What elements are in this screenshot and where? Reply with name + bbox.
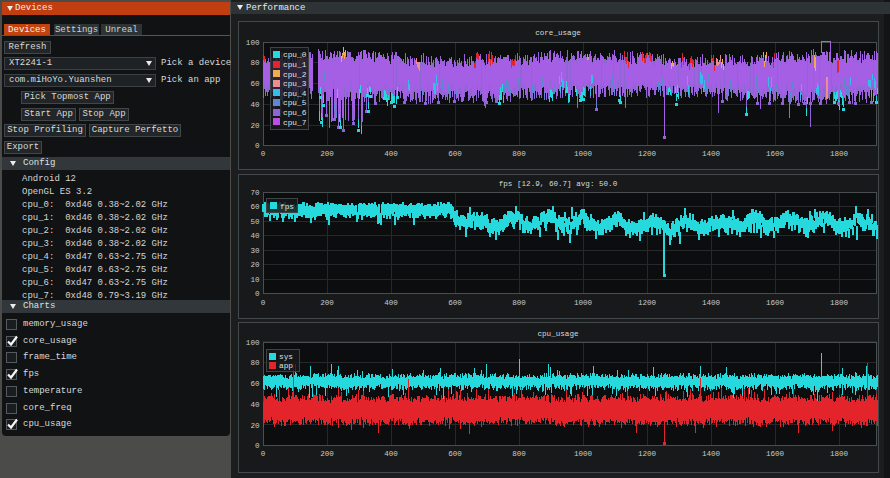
svg-text:100: 100 bbox=[246, 339, 260, 347]
svg-text:60: 60 bbox=[250, 380, 260, 388]
svg-text:80: 80 bbox=[250, 359, 260, 367]
svg-text:cpu_0: cpu_0 bbox=[283, 51, 307, 59]
svg-text:1400: 1400 bbox=[702, 299, 721, 307]
svg-text:60: 60 bbox=[250, 203, 260, 211]
svg-text:1000: 1000 bbox=[574, 150, 593, 158]
svg-text:cpu_4: cpu_4 bbox=[283, 90, 307, 98]
svg-text:1200: 1200 bbox=[638, 450, 657, 458]
svg-text:cpu_5: cpu_5 bbox=[283, 99, 307, 107]
svg-text:20: 20 bbox=[250, 122, 260, 130]
svg-text:fps [12.9, 60.7] avg: 50.0: fps [12.9, 60.7] avg: 50.0 bbox=[499, 180, 618, 188]
svg-text:10: 10 bbox=[250, 276, 260, 284]
svg-text:cpu_3: cpu_3 bbox=[283, 80, 307, 88]
svg-text:40: 40 bbox=[250, 401, 260, 409]
svg-text:cpu_6: cpu_6 bbox=[283, 109, 307, 117]
svg-text:50: 50 bbox=[250, 218, 260, 226]
svg-text:cpu_2: cpu_2 bbox=[283, 71, 307, 79]
svg-text:0: 0 bbox=[261, 299, 266, 307]
svg-text:200: 200 bbox=[320, 299, 334, 307]
svg-text:1400: 1400 bbox=[702, 450, 721, 458]
svg-text:70: 70 bbox=[250, 189, 260, 197]
svg-text:1600: 1600 bbox=[766, 150, 785, 158]
svg-text:1600: 1600 bbox=[766, 299, 785, 307]
svg-text:0: 0 bbox=[261, 450, 266, 458]
svg-text:800: 800 bbox=[512, 299, 526, 307]
svg-text:800: 800 bbox=[512, 150, 526, 158]
svg-text:cpu_7: cpu_7 bbox=[283, 119, 307, 127]
svg-text:40: 40 bbox=[250, 232, 260, 240]
svg-text:0: 0 bbox=[255, 142, 260, 150]
svg-text:20: 20 bbox=[250, 261, 260, 269]
svg-text:1800: 1800 bbox=[830, 450, 849, 458]
svg-text:app: app bbox=[279, 362, 293, 370]
svg-text:core_usage: core_usage bbox=[535, 29, 581, 37]
svg-text:0: 0 bbox=[255, 290, 260, 298]
svg-text:400: 400 bbox=[384, 450, 398, 458]
svg-text:400: 400 bbox=[384, 150, 398, 158]
svg-text:800: 800 bbox=[512, 450, 526, 458]
svg-text:40: 40 bbox=[250, 101, 260, 109]
svg-text:1200: 1200 bbox=[638, 150, 657, 158]
svg-text:30: 30 bbox=[250, 247, 260, 255]
svg-text:600: 600 bbox=[448, 450, 462, 458]
svg-text:200: 200 bbox=[320, 150, 334, 158]
svg-text:20: 20 bbox=[250, 422, 260, 430]
svg-text:60: 60 bbox=[250, 80, 260, 88]
svg-text:0: 0 bbox=[261, 150, 266, 158]
svg-text:1600: 1600 bbox=[766, 450, 785, 458]
svg-text:1800: 1800 bbox=[830, 150, 849, 158]
svg-text:sys: sys bbox=[279, 353, 293, 361]
svg-text:cpu_1: cpu_1 bbox=[283, 61, 307, 69]
svg-text:1000: 1000 bbox=[574, 450, 593, 458]
svg-text:1800: 1800 bbox=[830, 299, 849, 307]
svg-text:600: 600 bbox=[448, 150, 462, 158]
svg-text:200: 200 bbox=[320, 450, 334, 458]
svg-text:1400: 1400 bbox=[702, 150, 721, 158]
svg-text:80: 80 bbox=[250, 59, 260, 67]
svg-text:1200: 1200 bbox=[638, 299, 657, 307]
svg-text:fps: fps bbox=[280, 203, 294, 211]
svg-text:100: 100 bbox=[246, 39, 260, 47]
svg-text:0: 0 bbox=[255, 442, 260, 450]
svg-text:600: 600 bbox=[448, 299, 462, 307]
svg-text:400: 400 bbox=[384, 299, 398, 307]
svg-text:cpu_usage: cpu_usage bbox=[537, 330, 578, 338]
svg-text:1000: 1000 bbox=[574, 299, 593, 307]
